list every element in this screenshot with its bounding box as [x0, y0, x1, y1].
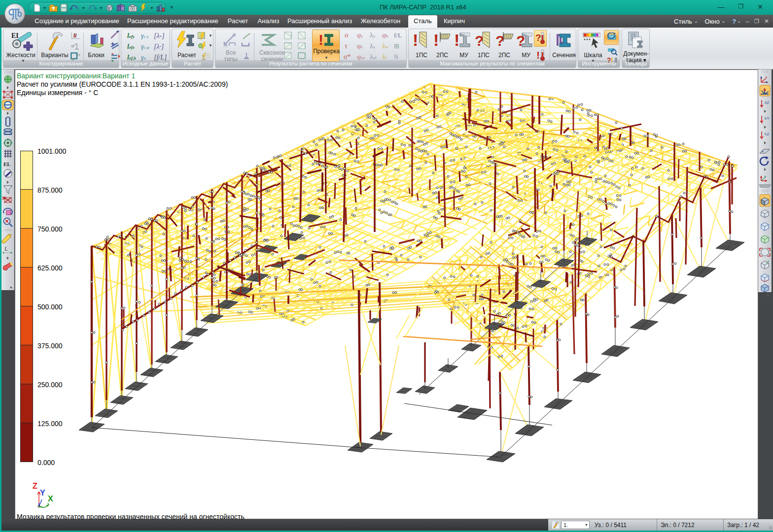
- svg-text:L: L: [4, 245, 8, 252]
- svg-text:!: !: [454, 31, 459, 49]
- svg-text:!: !: [318, 32, 323, 47]
- svg-text:В: В: [71, 57, 74, 61]
- svg-text:Z: Z: [33, 482, 37, 490]
- svg-text:YZ: YZ: [764, 132, 769, 136]
- svg-text:!: !: [413, 31, 418, 49]
- svg-text:XZ: XZ: [764, 100, 769, 105]
- svg-text:!: !: [536, 49, 540, 61]
- svg-text:X: X: [48, 495, 53, 503]
- svg-text:Н: Н: [77, 53, 80, 57]
- svg-text:?: ?: [535, 33, 541, 43]
- svg-text:!: !: [433, 31, 439, 49]
- svg-text:EI: EI: [11, 32, 19, 39]
- svg-text:EL: EL: [3, 161, 11, 167]
- svg-text:R: R: [72, 33, 77, 39]
- svg-text:Y: Y: [40, 489, 45, 497]
- svg-text:XY: XY: [764, 116, 770, 121]
- svg-text:!: !: [611, 56, 613, 64]
